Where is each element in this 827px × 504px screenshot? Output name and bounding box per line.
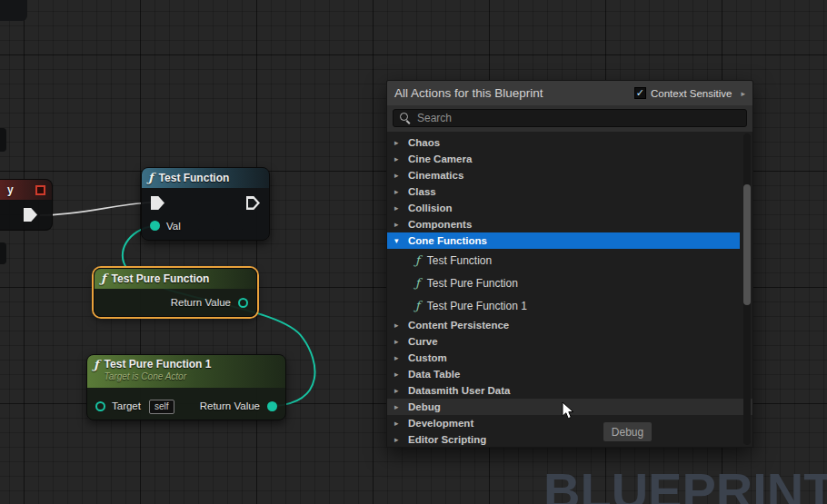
chevron-right-icon: ▸ <box>394 350 403 366</box>
all-actions-menu: All Actions for this Blueprint ✓ Context… <box>386 80 753 448</box>
chevron-right-icon: ▸ <box>394 200 403 216</box>
partial-node[interactable]: y <box>0 179 53 231</box>
chevron-right-icon: ▸ <box>394 415 403 431</box>
category-row-class[interactable]: ▸ Class <box>387 183 752 200</box>
category-label: Cine Camera <box>408 153 472 164</box>
category-row-curve[interactable]: ▸ Curve <box>387 333 752 350</box>
pin-label: Return Value <box>200 400 260 411</box>
chevron-right-icon: ▸ <box>394 317 403 333</box>
function-icon: ƒ <box>101 272 106 286</box>
debug-drag-ghost: Debug <box>603 422 652 441</box>
category-row-cinematics[interactable]: ▸ Cinematics <box>387 167 752 183</box>
search-field[interactable] <box>393 109 747 127</box>
chevron-right-icon: ▸ <box>394 366 403 382</box>
category-label: Collision <box>408 203 453 213</box>
pin-label: Val <box>166 221 181 232</box>
context-sensitive-label: Context Sensitive <box>651 88 732 99</box>
val-input-pin[interactable] <box>150 221 160 231</box>
node-header: ƒ Test Function <box>142 168 269 188</box>
category-label: Editor Scripting <box>408 434 486 445</box>
node-header: ƒ Test Pure Function 1 Target is Cone Ac… <box>87 355 285 388</box>
category-row-cone-functions-selected[interactable]: ▾ Cone Functions <box>387 232 740 249</box>
category-row-collision[interactable]: ▸ Collision <box>387 200 752 216</box>
pin-label: Return Value <box>171 297 231 308</box>
node-title: Test Pure Function 1 <box>105 358 212 371</box>
category-label: Debug <box>408 401 441 412</box>
chevron-right-icon: ▸ <box>394 399 403 415</box>
blueprint-editor: BLUEPRINT y ƒ Test Function Val <box>0 0 827 504</box>
category-label: Custom <box>408 352 447 363</box>
category-label: Content Persistence <box>408 320 509 331</box>
category-label: Cinematics <box>408 170 463 181</box>
category-row-chaos[interactable]: ▸ Chaos <box>387 134 752 151</box>
function-icon: ƒ <box>415 253 420 267</box>
exec-out-pin[interactable] <box>246 196 260 210</box>
action-row-test-pure-function-1[interactable]: ƒ Test Pure Function 1 <box>387 294 752 317</box>
action-label: Test Pure Function 1 <box>427 300 527 312</box>
chevron-right-icon: ▸ <box>394 216 403 232</box>
chevron-right-icon: ▸ <box>394 183 403 200</box>
category-row-editor-scripting[interactable]: ▸ Editor Scripting <box>387 431 752 447</box>
node-subtitle: Target is Cone Actor <box>105 371 212 381</box>
scrollbar-track[interactable] <box>743 133 751 445</box>
pin-label: Target <box>112 400 141 411</box>
node-title: Test Function <box>159 172 230 184</box>
node-header: ƒ Test Pure Function <box>95 269 256 289</box>
function-icon: ƒ <box>94 358 99 372</box>
category-row-components[interactable]: ▸ Components <box>387 216 752 232</box>
category-label: Curve <box>408 336 438 347</box>
chevron-down-icon: ▾ <box>394 232 403 249</box>
check-icon: ✓ <box>636 88 644 98</box>
blueprint-watermark: BLUEPRINT <box>543 461 827 504</box>
category-label: Chaos <box>408 137 440 148</box>
category-row-cine-camera[interactable]: ▸ Cine Camera <box>387 151 752 167</box>
action-label: Test Pure Function <box>427 277 518 290</box>
chevron-right-icon: ▸ <box>394 382 403 399</box>
mouse-cursor-icon <box>562 401 576 425</box>
chevron-right-icon: ▸ <box>394 134 403 151</box>
function-icon: ƒ <box>148 171 154 185</box>
chevron-right-icon: ▸ <box>394 431 403 447</box>
category-label: Datasmith User Data <box>408 385 510 396</box>
search-icon <box>400 113 411 124</box>
exec-out-pin[interactable] <box>24 208 37 222</box>
offscreen-node-fragment <box>0 242 6 264</box>
return-value-output-pin[interactable] <box>238 298 248 308</box>
menu-header: All Actions for this Blueprint ✓ Context… <box>387 81 752 105</box>
action-row-test-function[interactable]: ƒ Test Function <box>387 249 752 272</box>
category-row-datasmith-user-data[interactable]: ▸ Datasmith User Data <box>387 382 752 399</box>
breakpoint-icon <box>35 185 45 195</box>
return-value-output-pin[interactable] <box>267 401 277 411</box>
node-test-pure-function-1[interactable]: ƒ Test Pure Function 1 Target is Cone Ac… <box>86 354 286 420</box>
scrollbar-thumb[interactable] <box>743 184 751 305</box>
category-label: Development <box>408 418 473 429</box>
context-sensitive-group: ✓ Context Sensitive ▸ <box>634 87 745 99</box>
offscreen-node-fragment <box>0 128 6 152</box>
search-band <box>387 105 752 132</box>
corner-panel-fragment <box>0 0 27 21</box>
category-row-custom[interactable]: ▸ Custom <box>387 350 752 366</box>
category-label: Class <box>408 186 436 197</box>
actions-list[interactable]: ▸ Chaos ▸ Cine Camera ▸ Cinematics ▸ Cla… <box>387 132 752 447</box>
search-input[interactable] <box>417 112 740 124</box>
chevron-right-icon: ▸ <box>394 151 403 167</box>
node-test-function[interactable]: ƒ Test Function Val <box>141 167 270 241</box>
exec-in-pin[interactable] <box>151 196 164 210</box>
node-title: Test Pure Function <box>112 272 210 285</box>
expander-arrow-icon[interactable]: ▸ <box>741 89 745 98</box>
context-sensitive-checkbox[interactable]: ✓ <box>634 87 646 99</box>
node-test-pure-function[interactable]: ƒ Test Pure Function Return Value <box>94 268 257 317</box>
menu-title: All Actions for this Blueprint <box>394 86 634 100</box>
node-header: y <box>0 180 52 200</box>
category-row-data-table[interactable]: ▸ Data Table <box>387 366 752 382</box>
chevron-right-icon: ▸ <box>394 333 403 350</box>
target-self-field[interactable]: self <box>149 400 174 414</box>
target-input-pin[interactable] <box>95 401 105 411</box>
action-row-test-pure-function[interactable]: ƒ Test Pure Function <box>387 272 752 294</box>
node-title: y <box>7 183 14 196</box>
category-label: Cone Functions <box>408 235 487 246</box>
category-label: Components <box>408 219 472 230</box>
category-row-content-persistence[interactable]: ▸ Content Persistence <box>387 317 752 333</box>
chevron-right-icon: ▸ <box>394 167 403 183</box>
function-icon: ƒ <box>415 276 420 290</box>
